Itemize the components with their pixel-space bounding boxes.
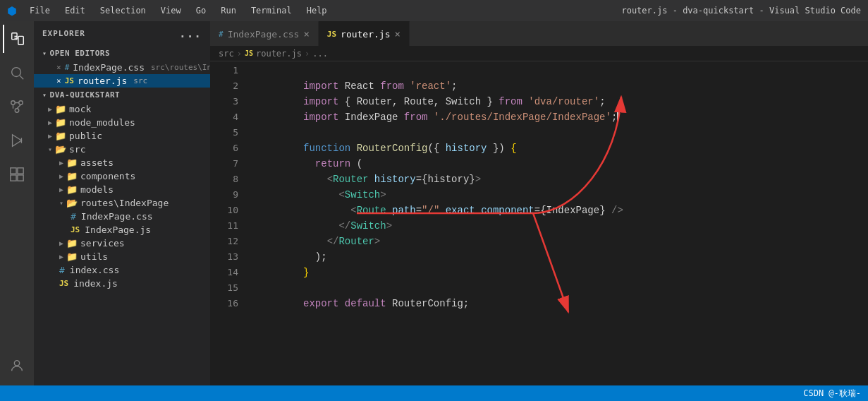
section-open-editors[interactable]: ▾ OPEN EDITORS — [34, 46, 210, 61]
tree-public[interactable]: ▶ 📁 public — [34, 129, 210, 143]
breadcrumb-file[interactable]: router.js — [256, 49, 302, 59]
dva-quickstart-arrow-icon: ▾ — [42, 91, 47, 99]
open-file-router-js[interactable]: × JS router.js src — [34, 74, 210, 88]
open-file-js-name: router.js — [78, 76, 127, 86]
close-indexpage-css-icon[interactable]: × — [56, 63, 61, 72]
activity-files[interactable] — [3, 25, 31, 53]
svg-line-3 — [20, 76, 23, 79]
indexpage-js-icon: JS — [71, 225, 80, 234]
breadcrumb-dots[interactable]: ... — [312, 49, 328, 59]
section-dva-quickstart[interactable]: ▾ DVA-QUICKSTART — [34, 88, 210, 102]
tree-mock[interactable]: ▶ 📁 mock — [34, 102, 210, 116]
index-js-icon: JS — [59, 279, 68, 288]
breadcrumb-sep2: › — [305, 49, 310, 59]
menu-go[interactable]: Go — [190, 4, 212, 17]
node-modules-label: node_modules — [69, 117, 135, 128]
close-router-js-icon[interactable]: × — [56, 76, 61, 85]
activity-run[interactable] — [3, 126, 31, 155]
sidebar-more-icon[interactable]: ... — [179, 27, 202, 40]
sidebar-title: Explorer — [42, 29, 85, 38]
menu-help[interactable]: Help — [301, 4, 333, 17]
mock-folder-icon: 📁 — [55, 104, 66, 114]
window-title: router.js - dva-quickstart - Visual Stud… — [621, 6, 861, 16]
menu-file[interactable]: File — [24, 4, 56, 17]
svg-rect-12 — [18, 175, 23, 181]
tree-index-css[interactable]: # index.css — [34, 263, 210, 277]
menu-terminal[interactable]: Terminal — [245, 4, 298, 17]
tab-css-close-icon[interactable]: × — [303, 29, 309, 39]
tab-router-js[interactable]: JS router.js × — [319, 21, 410, 46]
activity-bar — [0, 21, 34, 385]
code-line-15: export default RouterConfig; — [244, 280, 868, 296]
tree-indexpage-js[interactable]: JS IndexPage.js — [34, 223, 210, 237]
svg-point-4 — [11, 101, 16, 105]
svg-point-2 — [12, 68, 21, 77]
svg-point-6 — [15, 109, 19, 113]
dva-quickstart-label: DVA-QUICKSTART — [50, 90, 121, 100]
menu-view[interactable]: View — [155, 4, 187, 17]
vscode-logo-icon: ⬢ — [7, 4, 17, 18]
services-label: services — [80, 238, 125, 249]
utils-folder-icon: 📁 — [66, 251, 78, 262]
tree-components[interactable]: ▶ 📁 components — [34, 169, 210, 183]
assets-label: assets — [80, 157, 114, 168]
tab-js-close-icon[interactable]: × — [395, 29, 401, 39]
activity-extensions[interactable] — [3, 160, 31, 188]
components-label: components — [80, 171, 135, 181]
routes-arrow-icon: ▾ — [59, 199, 63, 207]
line-numbers: 12345 678910 1112131415 16 — [210, 61, 244, 385]
index-css-label: index.css — [70, 265, 119, 275]
breadcrumb-src[interactable]: src — [219, 49, 234, 59]
tree-index-js[interactable]: JS index.js — [34, 277, 210, 290]
svg-rect-11 — [11, 175, 16, 181]
models-arrow-icon: ▶ — [59, 186, 63, 193]
svg-point-13 — [14, 361, 19, 366]
title-bar: ⬢ File Edit Selection View Go Run Termin… — [0, 0, 868, 21]
tree-routes-indexpage[interactable]: ▾ 📂 routes\IndexPage — [34, 196, 210, 210]
css-icon: # — [65, 63, 70, 72]
status-csdn-label: CSDN @-耿瑞- — [803, 388, 861, 400]
index-css-icon: # — [59, 265, 65, 275]
tree-src[interactable]: ▾ 📂 src — [34, 143, 210, 156]
node-modules-arrow-icon: ▶ — [48, 119, 52, 126]
editor-body: 12345 678910 1112131415 16 import React … — [210, 61, 868, 385]
activity-search[interactable] — [3, 59, 31, 87]
js-icon: JS — [65, 76, 74, 85]
tree-indexpage-css[interactable]: # IndexPage.css — [34, 210, 210, 223]
menu-selection[interactable]: Selection — [94, 4, 152, 17]
svg-rect-10 — [18, 168, 23, 174]
code-line-13: } — [244, 249, 868, 265]
activity-source-control[interactable] — [3, 92, 31, 121]
sidebar: Explorer ... ▾ OPEN EDITORS × # IndexPag… — [34, 21, 210, 385]
assets-folder-icon: 📁 — [66, 157, 78, 168]
code-editor[interactable]: import React from 'react'; import { Rout… — [244, 61, 868, 385]
menu-run[interactable]: Run — [215, 4, 242, 17]
svg-point-5 — [19, 101, 23, 105]
index-js-label: index.js — [73, 278, 118, 289]
src-arrow-icon: ▾ — [48, 145, 52, 153]
activity-accounts[interactable] — [3, 352, 31, 380]
node-modules-folder-icon: 📁 — [55, 117, 66, 128]
status-bar: CSDN @-耿瑞- — [0, 385, 868, 401]
src-label: src — [69, 144, 85, 155]
tree-services[interactable]: ▶ 📁 services — [34, 237, 210, 250]
tree-assets[interactable]: ▶ 📁 assets — [34, 156, 210, 169]
tab-indexpage-css[interactable]: # IndexPage.css × — [210, 21, 319, 46]
open-editors-arrow-icon: ▾ — [42, 49, 47, 57]
editor-wrapper: # IndexPage.css × JS router.js × src › J… — [210, 21, 868, 385]
models-folder-icon: 📁 — [66, 184, 78, 195]
tree-utils[interactable]: ▶ 📁 utils — [34, 250, 210, 263]
src-folder-icon: 📂 — [55, 144, 66, 155]
tree-models[interactable]: ▶ 📁 models — [34, 183, 210, 196]
indexpage-css-icon: # — [71, 211, 76, 222]
tabs-bar: # IndexPage.css × JS router.js × — [210, 21, 868, 46]
menu-bar[interactable]: File Edit Selection View Go Run Terminal… — [24, 4, 333, 17]
tab-css-label: IndexPage.css — [228, 29, 300, 40]
open-file-indexpage-css[interactable]: × # IndexPage.css src\routes\IndexPage — [34, 61, 210, 74]
svg-rect-1 — [18, 36, 23, 44]
svg-marker-7 — [13, 135, 22, 147]
tree-node-modules[interactable]: ▶ 📁 node_modules — [34, 116, 210, 129]
menu-edit[interactable]: Edit — [59, 4, 91, 17]
assets-arrow-icon: ▶ — [59, 159, 63, 167]
breadcrumb-js-icon: JS — [245, 49, 253, 57]
